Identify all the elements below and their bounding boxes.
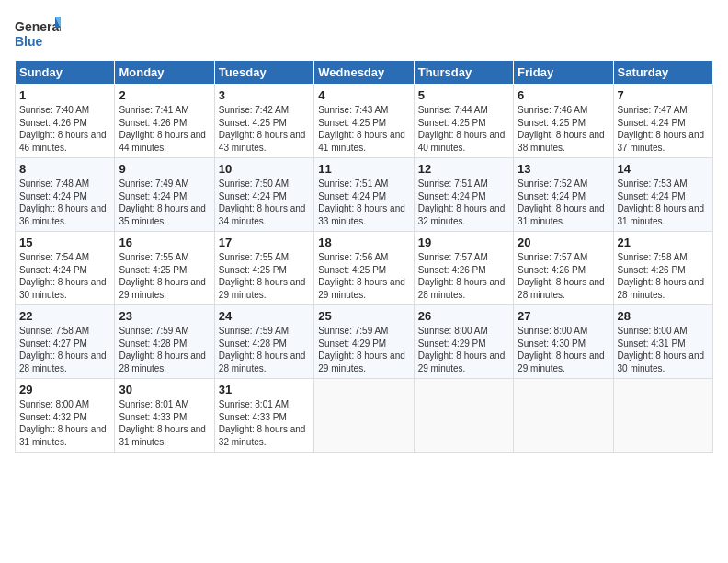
day-info: Sunrise: 7:51 AMSunset: 4:24 PMDaylight:…	[318, 178, 405, 226]
day-number: 28	[618, 309, 709, 323]
day-number: 19	[418, 236, 509, 249]
day-cell-25: 25 Sunrise: 7:59 AMSunset: 4:29 PMDaylig…	[314, 305, 414, 379]
day-cell-17: 17 Sunrise: 7:55 AMSunset: 4:25 PMDaylig…	[214, 232, 313, 305]
calendar-week-1: 1 Sunrise: 7:40 AMSunset: 4:26 PMDayligh…	[16, 85, 713, 158]
day-number: 7	[618, 88, 709, 102]
day-cell-20: 20 Sunrise: 7:57 AMSunset: 4:26 PMDaylig…	[514, 232, 613, 305]
day-cell-5: 5 Sunrise: 7:44 AMSunset: 4:25 PMDayligh…	[414, 85, 513, 158]
day-number: 15	[19, 236, 110, 249]
header: General Blue	[15, 15, 713, 56]
calendar-header-row: SundayMondayTuesdayWednesdayThursdayFrid…	[16, 61, 713, 85]
day-cell-31: 31 Sunrise: 8:01 AMSunset: 4:33 PMDaylig…	[214, 379, 313, 453]
day-cell-22: 22 Sunrise: 7:58 AMSunset: 4:27 PMDaylig…	[16, 305, 115, 379]
day-number: 4	[318, 88, 409, 102]
day-info: Sunrise: 7:59 AMSunset: 4:29 PMDaylight:…	[318, 326, 405, 373]
day-info: Sunrise: 8:00 AMSunset: 4:31 PMDaylight:…	[618, 326, 705, 373]
day-number: 12	[418, 162, 509, 176]
day-cell-28: 28 Sunrise: 8:00 AMSunset: 4:31 PMDaylig…	[613, 305, 712, 379]
svg-text:General: General	[15, 19, 61, 34]
day-info: Sunrise: 8:00 AMSunset: 4:29 PMDaylight:…	[418, 326, 506, 373]
header-cell-sunday: Sunday	[16, 61, 115, 85]
day-number: 22	[19, 309, 110, 323]
header-cell-friday: Friday	[514, 61, 613, 85]
empty-cell	[514, 379, 613, 453]
day-number: 13	[518, 162, 609, 176]
day-info: Sunrise: 7:46 AMSunset: 4:25 PMDaylight:…	[518, 105, 605, 153]
day-cell-3: 3 Sunrise: 7:42 AMSunset: 4:25 PMDayligh…	[214, 85, 313, 158]
day-cell-8: 8 Sunrise: 7:48 AMSunset: 4:24 PMDayligh…	[16, 158, 115, 232]
day-cell-19: 19 Sunrise: 7:57 AMSunset: 4:26 PMDaylig…	[414, 232, 513, 305]
day-cell-11: 11 Sunrise: 7:51 AMSunset: 4:24 PMDaylig…	[314, 158, 414, 232]
day-number: 16	[119, 236, 210, 249]
calendar-week-4: 22 Sunrise: 7:58 AMSunset: 4:27 PMDaylig…	[16, 305, 713, 379]
day-number: 23	[119, 309, 210, 323]
day-info: Sunrise: 7:48 AMSunset: 4:24 PMDaylight:…	[19, 178, 107, 226]
day-cell-18: 18 Sunrise: 7:56 AMSunset: 4:25 PMDaylig…	[314, 232, 414, 305]
day-cell-1: 1 Sunrise: 7:40 AMSunset: 4:26 PMDayligh…	[16, 85, 115, 158]
day-info: Sunrise: 7:57 AMSunset: 4:26 PMDaylight:…	[518, 252, 605, 300]
empty-cell	[314, 379, 414, 453]
header-cell-tuesday: Tuesday	[214, 61, 313, 85]
day-info: Sunrise: 7:44 AMSunset: 4:25 PMDaylight:…	[418, 105, 506, 153]
day-info: Sunrise: 7:56 AMSunset: 4:25 PMDaylight:…	[318, 252, 405, 300]
day-info: Sunrise: 8:01 AMSunset: 4:33 PMDaylight:…	[119, 399, 206, 447]
day-number: 21	[618, 236, 709, 249]
day-cell-14: 14 Sunrise: 7:53 AMSunset: 4:24 PMDaylig…	[613, 158, 712, 232]
header-cell-monday: Monday	[115, 61, 214, 85]
day-cell-10: 10 Sunrise: 7:50 AMSunset: 4:24 PMDaylig…	[214, 158, 313, 232]
day-number: 5	[418, 88, 509, 102]
day-info: Sunrise: 7:43 AMSunset: 4:25 PMDaylight:…	[318, 105, 405, 153]
day-info: Sunrise: 7:58 AMSunset: 4:27 PMDaylight:…	[19, 326, 107, 373]
day-cell-6: 6 Sunrise: 7:46 AMSunset: 4:25 PMDayligh…	[514, 85, 613, 158]
day-info: Sunrise: 7:40 AMSunset: 4:26 PMDaylight:…	[19, 105, 107, 153]
calendar-week-3: 15 Sunrise: 7:54 AMSunset: 4:24 PMDaylig…	[16, 232, 713, 305]
header-cell-saturday: Saturday	[613, 61, 712, 85]
day-number: 30	[119, 383, 210, 396]
day-info: Sunrise: 7:47 AMSunset: 4:24 PMDaylight:…	[618, 105, 705, 153]
logo: General Blue	[15, 15, 61, 56]
day-info: Sunrise: 8:01 AMSunset: 4:33 PMDaylight:…	[219, 399, 306, 447]
day-info: Sunrise: 7:58 AMSunset: 4:26 PMDaylight:…	[618, 252, 705, 300]
calendar-week-5: 29 Sunrise: 8:00 AMSunset: 4:32 PMDaylig…	[16, 379, 713, 453]
header-cell-wednesday: Wednesday	[314, 61, 414, 85]
day-cell-2: 2 Sunrise: 7:41 AMSunset: 4:26 PMDayligh…	[115, 85, 214, 158]
day-cell-7: 7 Sunrise: 7:47 AMSunset: 4:24 PMDayligh…	[613, 85, 712, 158]
svg-text:Blue: Blue	[15, 34, 43, 49]
day-number: 3	[219, 88, 310, 102]
day-number: 20	[518, 236, 609, 249]
day-info: Sunrise: 7:49 AMSunset: 4:24 PMDaylight:…	[119, 178, 206, 226]
empty-cell	[613, 379, 712, 453]
day-cell-23: 23 Sunrise: 7:59 AMSunset: 4:28 PMDaylig…	[115, 305, 214, 379]
day-cell-16: 16 Sunrise: 7:55 AMSunset: 4:25 PMDaylig…	[115, 232, 214, 305]
day-number: 17	[219, 236, 310, 249]
day-info: Sunrise: 7:55 AMSunset: 4:25 PMDaylight:…	[119, 252, 206, 300]
day-number: 26	[418, 309, 509, 323]
day-cell-13: 13 Sunrise: 7:52 AMSunset: 4:24 PMDaylig…	[514, 158, 613, 232]
calendar-week-2: 8 Sunrise: 7:48 AMSunset: 4:24 PMDayligh…	[16, 158, 713, 232]
day-number: 1	[19, 88, 110, 102]
day-number: 29	[19, 383, 110, 396]
day-cell-29: 29 Sunrise: 8:00 AMSunset: 4:32 PMDaylig…	[16, 379, 115, 453]
day-cell-30: 30 Sunrise: 8:01 AMSunset: 4:33 PMDaylig…	[115, 379, 214, 453]
day-number: 11	[318, 162, 409, 176]
day-info: Sunrise: 7:59 AMSunset: 4:28 PMDaylight:…	[119, 326, 206, 373]
day-number: 9	[119, 162, 210, 176]
day-number: 10	[219, 162, 310, 176]
day-info: Sunrise: 7:55 AMSunset: 4:25 PMDaylight:…	[219, 252, 306, 300]
logo-svg: General Blue	[15, 15, 61, 56]
day-cell-27: 27 Sunrise: 8:00 AMSunset: 4:30 PMDaylig…	[514, 305, 613, 379]
day-number: 24	[219, 309, 310, 323]
day-info: Sunrise: 7:57 AMSunset: 4:26 PMDaylight:…	[418, 252, 506, 300]
empty-cell	[414, 379, 513, 453]
day-cell-15: 15 Sunrise: 7:54 AMSunset: 4:24 PMDaylig…	[16, 232, 115, 305]
day-cell-4: 4 Sunrise: 7:43 AMSunset: 4:25 PMDayligh…	[314, 85, 414, 158]
day-cell-9: 9 Sunrise: 7:49 AMSunset: 4:24 PMDayligh…	[115, 158, 214, 232]
day-info: Sunrise: 7:41 AMSunset: 4:26 PMDaylight:…	[119, 105, 206, 153]
day-number: 6	[518, 88, 609, 102]
day-info: Sunrise: 7:54 AMSunset: 4:24 PMDaylight:…	[19, 252, 107, 300]
day-number: 18	[318, 236, 409, 249]
day-number: 14	[618, 162, 709, 176]
day-cell-21: 21 Sunrise: 7:58 AMSunset: 4:26 PMDaylig…	[613, 232, 712, 305]
page-container: General Blue SundayMondayTuesdayWednesda…	[0, 0, 728, 460]
day-info: Sunrise: 7:53 AMSunset: 4:24 PMDaylight:…	[618, 178, 705, 226]
